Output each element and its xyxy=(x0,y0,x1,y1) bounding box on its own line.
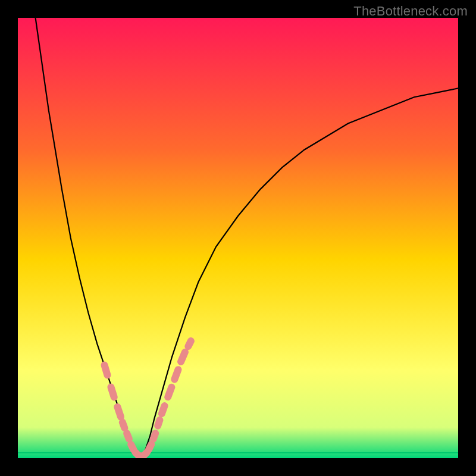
chart-frame: TheBottleneck.com xyxy=(0,0,476,476)
watermark-text: TheBottleneck.com xyxy=(353,4,468,19)
chart-background xyxy=(18,18,458,458)
chart-svg xyxy=(18,18,458,458)
plot-area xyxy=(18,18,458,458)
